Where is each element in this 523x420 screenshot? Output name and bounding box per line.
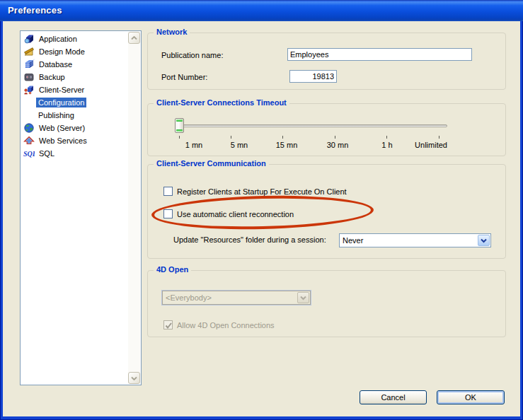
tick-label-unlimited: Unlimited: [415, 141, 447, 149]
everybody-select-value: <Everybody>: [163, 293, 297, 302]
tree-label: Web Services: [37, 136, 89, 146]
tree-item-web-services[interactable]: Web Services: [21, 134, 128, 147]
everybody-select: <Everybody>: [162, 291, 311, 305]
slider-tick: [386, 136, 387, 139]
publication-name-input[interactable]: [287, 48, 472, 61]
tree-label: Web (Server): [37, 123, 87, 133]
cancel-button-label: Cancel: [381, 393, 405, 402]
timeout-group: Client-Server Connections Timeout 1 mn 5…: [147, 103, 506, 156]
preferences-tree: Application Design Mode: [20, 30, 142, 385]
slider-tick: [231, 136, 231, 139]
slider-tick: [179, 136, 180, 139]
client-server-icon: [23, 84, 35, 95]
backup-icon: [23, 71, 35, 83]
tree-item-application[interactable]: Application: [21, 33, 128, 45]
tree-label: Client-Server: [37, 85, 86, 95]
tree-label-selected: Configuration: [36, 98, 86, 107]
timeout-slider[interactable]: [176, 124, 447, 127]
communication-group-title: Client-Server Communication: [154, 159, 269, 168]
allow-4d-open-label: Allow 4D Open Connections: [177, 321, 275, 329]
allow-4d-open-checkbox: [163, 320, 173, 329]
tree-items: Application Design Mode: [21, 33, 128, 160]
tree-item-backup[interactable]: Backup: [21, 71, 128, 83]
cancel-button[interactable]: Cancel: [360, 390, 427, 404]
network-group: Network Publication name: Port Number:: [147, 33, 506, 90]
register-clients-label: Register Clients at Startup For Execute …: [177, 187, 347, 196]
4d-open-group-title: 4D Open: [154, 265, 191, 274]
chevron-down-icon: [481, 238, 487, 243]
application-icon: [23, 33, 35, 45]
tick-label-1h: 1 h: [381, 141, 392, 149]
tree-item-sql[interactable]: SQL SQL: [21, 147, 128, 160]
tree-item-configuration[interactable]: Configuration: [21, 96, 128, 109]
tree-item-database[interactable]: Database: [21, 58, 128, 71]
register-clients-checkbox[interactable]: [163, 187, 173, 196]
slider-tick: [282, 136, 283, 139]
resources-folder-select[interactable]: Never: [339, 233, 491, 247]
tree-item-publishing[interactable]: Publishing: [21, 109, 128, 122]
sql-icon: SQL: [23, 148, 35, 159]
tree-label: Application: [37, 34, 79, 44]
chevron-down-icon: [131, 376, 137, 380]
tree-label: Backup: [37, 72, 67, 82]
port-number-input[interactable]: [289, 70, 337, 83]
web-services-icon: [23, 135, 35, 146]
database-icon: [23, 59, 35, 70]
auto-reconnect-label: Use automatic client reconnection: [177, 210, 294, 218]
tree-label: Database: [37, 59, 74, 69]
design-mode-icon: [23, 46, 35, 57]
tree-scrollbar[interactable]: [128, 32, 140, 384]
svg-text:SQL: SQL: [23, 150, 35, 158]
4d-open-group: 4D Open <Everybody> Allow 4D Open Connec…: [147, 270, 506, 337]
tree-label: SQL: [37, 148, 57, 158]
tick-label-5mn: 5 mn: [231, 141, 248, 149]
slider-tick: [335, 136, 335, 139]
publication-name-label: Publication name:: [161, 51, 223, 59]
tree-item-client-server[interactable]: Client-Server: [21, 83, 128, 96]
tick-label-15mn: 15 mn: [276, 141, 298, 149]
tick-label-1mn: 1 mn: [185, 141, 202, 149]
tree-label: Design Mode: [37, 47, 87, 57]
scroll-down-button[interactable]: [128, 372, 140, 384]
timeout-group-title: Client-Server Connections Timeout: [154, 98, 289, 107]
port-number-label: Port Number:: [161, 73, 207, 81]
preferences-dialog: Preferences Application: [0, 0, 523, 420]
web-server-icon: [23, 122, 35, 134]
slider-tick: [439, 136, 439, 139]
dropdown-arrow-button-disabled: [297, 292, 309, 303]
check-icon: [164, 321, 173, 330]
dialog-body: Application Design Mode: [3, 21, 520, 416]
window-title: Preferences: [8, 5, 62, 16]
titlebar[interactable]: Preferences: [0, 0, 523, 21]
ok-button[interactable]: OK: [437, 390, 505, 404]
auto-reconnect-checkbox[interactable]: [163, 209, 173, 218]
network-group-title: Network: [154, 28, 190, 36]
tick-label-30mn: 30 mn: [327, 141, 349, 149]
ok-button-label: OK: [465, 393, 476, 402]
scroll-up-button[interactable]: [128, 32, 140, 44]
tree-item-web-server[interactable]: Web (Server): [21, 122, 128, 134]
dropdown-arrow-button[interactable]: [478, 235, 490, 246]
chevron-down-icon: [300, 296, 306, 301]
resources-folder-value: Never: [340, 236, 477, 245]
tree-label: Publishing: [36, 110, 76, 120]
tree-item-design-mode[interactable]: Design Mode: [21, 45, 128, 58]
resources-folder-label: Update "Resources" folder during a sessi…: [173, 235, 326, 244]
timeout-slider-thumb[interactable]: [175, 118, 184, 133]
communication-group: Client-Server Communication Register Cli…: [147, 164, 506, 259]
chevron-up-icon: [131, 36, 137, 40]
